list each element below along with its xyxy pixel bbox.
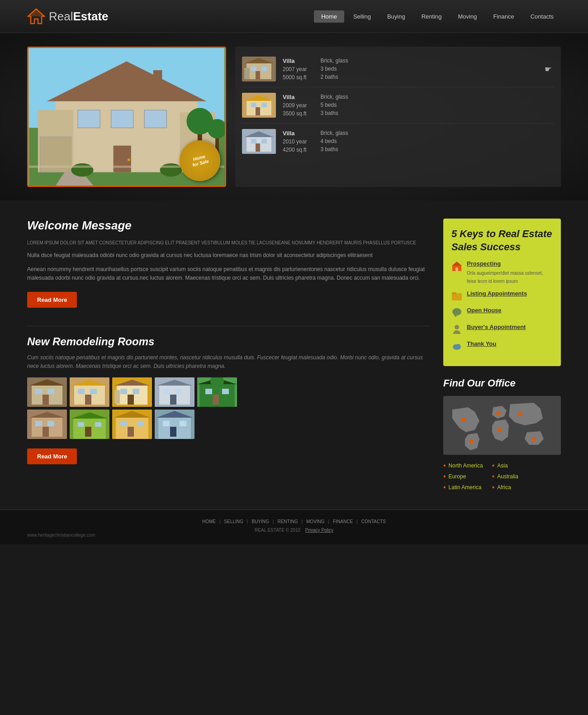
office-title: Find Our Office xyxy=(443,377,561,389)
svg-marker-99 xyxy=(452,262,462,266)
nav-selling[interactable]: Selling xyxy=(346,10,378,23)
footer-brand: REAL ESTATE xyxy=(255,528,285,533)
nav-buying[interactable]: Buying xyxy=(380,10,413,23)
listing-link[interactable]: Listing Appointments xyxy=(467,290,527,297)
main-content: Welcome Message LOREM IPSUM DOLOR SIT AM… xyxy=(0,200,588,510)
svg-rect-47 xyxy=(43,395,49,405)
location-australia[interactable]: Australia xyxy=(492,472,518,481)
svg-rect-46 xyxy=(47,389,54,394)
listing-info: Villa 2007 year 5000 sq.ft Brick, glass … xyxy=(283,57,554,81)
hero-image: Homefor Sale xyxy=(27,47,226,187)
svg-rect-60 xyxy=(114,390,120,404)
photo-thumb[interactable] xyxy=(27,377,67,407)
footer-selling[interactable]: Selling xyxy=(224,519,243,524)
photo-thumb[interactable] xyxy=(70,410,109,439)
svg-point-108 xyxy=(456,344,460,348)
footer-finance[interactable]: Finance xyxy=(333,519,353,524)
svg-point-113 xyxy=(498,428,502,432)
buyer-link[interactable]: Buyer's Appointment xyxy=(467,324,526,330)
photo-thumb[interactable] xyxy=(112,410,152,439)
photo-thumb[interactable] xyxy=(70,377,109,407)
svg-rect-90 xyxy=(137,421,144,426)
footer-buying[interactable]: Buying xyxy=(251,519,269,524)
footer-renting[interactable]: Renting xyxy=(277,519,298,524)
location-asia[interactable]: Asia xyxy=(492,462,518,470)
svg-rect-95 xyxy=(163,421,170,426)
footer-contacts[interactable]: Contacts xyxy=(361,519,386,524)
key-item-listing: Listing Appointments xyxy=(451,290,553,301)
listing-thumbnail xyxy=(242,93,276,118)
svg-rect-10 xyxy=(111,110,133,128)
svg-rect-65 xyxy=(175,389,182,394)
section-divider xyxy=(27,326,430,326)
welcome-read-more[interactable]: Read More xyxy=(27,292,77,308)
svg-rect-58 xyxy=(133,389,139,394)
svg-point-19 xyxy=(71,163,93,176)
footer-home[interactable]: Home xyxy=(202,519,216,524)
svg-rect-79 xyxy=(43,427,49,437)
listing-item: Villa 2010 year 4200 sq.ft Brick, glass … xyxy=(242,124,554,159)
key-item-thankyou: Thank You xyxy=(451,340,553,352)
photo-thumb[interactable] xyxy=(27,410,67,439)
footer-privacy[interactable]: Privacy Policy xyxy=(305,528,333,533)
photo-thumb[interactable] xyxy=(155,377,194,407)
listing-item: Villa 2009 year 3500 sq.ft Brick, glass … xyxy=(242,87,554,124)
svg-rect-66 xyxy=(170,395,176,405)
remodeling-read-more[interactable]: Read More xyxy=(27,448,77,464)
photo-thumb[interactable] xyxy=(197,377,237,407)
cursor-pointer: ☛ xyxy=(545,64,552,74)
nav-contacts[interactable]: Contacts xyxy=(523,10,561,23)
listings-panel: Villa 2007 year 5000 sq.ft Brick, glass … xyxy=(235,47,561,187)
header: RealEstate Home Selling Buying Renting M… xyxy=(0,0,588,33)
photo-thumb[interactable] xyxy=(112,377,152,407)
footer-moving[interactable]: Moving xyxy=(306,519,325,524)
svg-rect-57 xyxy=(120,389,127,394)
svg-rect-27 xyxy=(261,67,267,71)
svg-rect-78 xyxy=(47,421,54,426)
lorem-text: LOREM IPSUM DOLOR SIT AMET CONSECTETUER … xyxy=(27,239,430,247)
listing-item: Villa 2007 year 5000 sq.ft Brick, glass … xyxy=(242,51,554,87)
photo-thumb[interactable] xyxy=(155,410,194,439)
location-africa[interactable]: Africa xyxy=(492,483,518,491)
svg-rect-102 xyxy=(452,292,456,294)
speech-icon xyxy=(451,307,462,318)
svg-point-115 xyxy=(469,439,474,443)
svg-rect-52 xyxy=(90,389,97,394)
prospecting-desc: Orla augueimper/diet massa uslenset, fei… xyxy=(467,271,543,284)
key-item-openhouse: Open House xyxy=(451,307,553,318)
svg-rect-71 xyxy=(205,389,212,394)
keys-title: 5 Keys to Real Estate Sales Success xyxy=(451,228,553,253)
cloud-icon xyxy=(451,341,462,352)
prospecting-link[interactable]: Prospecting xyxy=(467,260,553,267)
nav-moving[interactable]: Moving xyxy=(451,10,484,23)
svg-rect-59 xyxy=(128,395,134,405)
location-latin-america[interactable]: Latin America xyxy=(443,483,483,491)
svg-rect-53 xyxy=(85,395,91,405)
svg-rect-101 xyxy=(452,293,462,300)
svg-rect-45 xyxy=(35,389,42,394)
nav-finance[interactable]: Finance xyxy=(486,10,521,23)
footer-year: © 2010 xyxy=(286,528,300,533)
office-col-left: North America Europe Latin America xyxy=(443,462,483,491)
nav-renting[interactable]: Renting xyxy=(414,10,449,23)
right-column: 5 Keys to Real Estate Sales Success Pros… xyxy=(443,219,561,491)
listing-thumbnail xyxy=(242,57,276,81)
nav-home[interactable]: Home xyxy=(314,10,344,23)
location-north-america[interactable]: North America xyxy=(443,462,483,470)
location-europe[interactable]: Europe xyxy=(443,472,483,481)
svg-point-111 xyxy=(496,411,501,415)
photo-grid-row2 xyxy=(27,410,430,439)
office-col-right: Asia Australia Africa xyxy=(492,462,518,491)
key-item-buyer: Buyer's Appointment xyxy=(451,324,553,335)
svg-rect-29 xyxy=(244,68,250,79)
welcome-title: Welcome Message xyxy=(27,219,430,233)
svg-rect-39 xyxy=(251,139,256,143)
svg-point-105 xyxy=(455,325,459,329)
openhouse-link[interactable]: Open House xyxy=(467,307,502,314)
svg-rect-83 xyxy=(78,422,84,427)
svg-rect-72 xyxy=(222,389,229,394)
office-locations: North America Europe Latin America Asia … xyxy=(443,462,561,491)
left-column: Welcome Message LOREM IPSUM DOLOR SIT AM… xyxy=(27,219,430,491)
thankyou-link[interactable]: Thank You xyxy=(467,340,496,347)
house-icon xyxy=(451,261,462,272)
